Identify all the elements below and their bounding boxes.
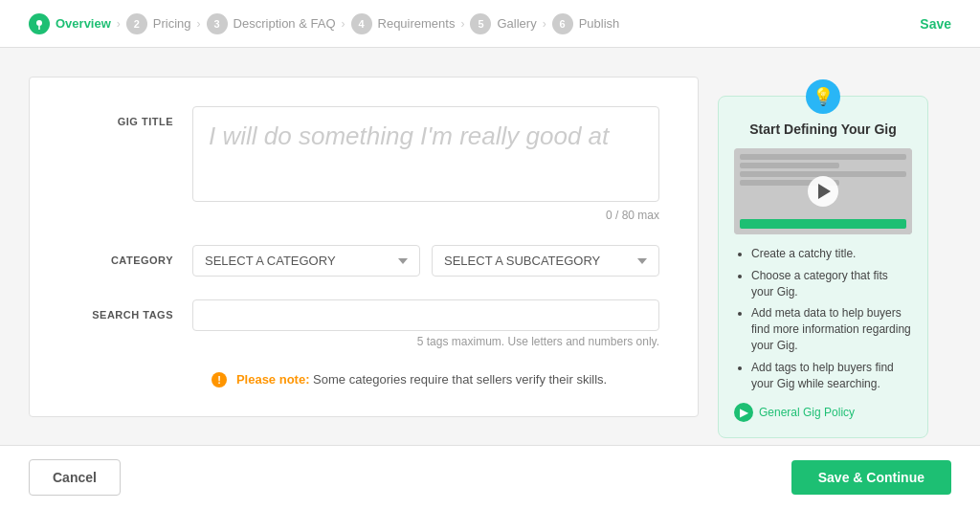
main-content: GIG TITLE 0 / 80 max CATEGORY SELECT A C… xyxy=(0,48,980,467)
step-circle-description: 3 xyxy=(207,13,228,34)
policy-icon: ▶ xyxy=(734,403,753,422)
search-tags-label: SEARCH TAGS xyxy=(68,299,192,321)
top-navigation: Overview › 2 Pricing › 3 Description & F… xyxy=(0,0,980,48)
tags-hint: 5 tags maximum. Use letters and numbers … xyxy=(192,335,659,348)
note-bold-label: Please note: xyxy=(236,372,310,387)
step-circle-requirements: 4 xyxy=(351,13,372,34)
category-select[interactable]: SELECT A CATEGORY xyxy=(192,245,420,277)
gig-title-field: 0 / 80 max xyxy=(192,106,659,222)
step-circle-pricing: 2 xyxy=(126,13,147,34)
step-overview-label: Overview xyxy=(56,16,111,31)
play-triangle-icon xyxy=(818,184,831,199)
thumb-line-2 xyxy=(740,163,839,168)
gig-title-row: GIG TITLE 0 / 80 max xyxy=(68,106,659,222)
info-tip-3: Add meta data to help buyers find more i… xyxy=(751,305,912,353)
thumb-line-5 xyxy=(740,219,906,229)
sep-2: › xyxy=(197,17,201,31)
step-publish-label: Publish xyxy=(579,16,620,31)
step-gallery[interactable]: 5 Gallery xyxy=(470,13,536,34)
tags-field: 5 tags maximum. Use letters and numbers … xyxy=(192,299,659,348)
info-tip-2: Choose a category that fits your Gig. xyxy=(751,268,912,300)
step-circle-gallery: 5 xyxy=(470,13,491,34)
step-publish[interactable]: 6 Publish xyxy=(552,13,620,34)
step-pricing-label: Pricing xyxy=(153,16,191,31)
category-row: CATEGORY SELECT A CATEGORY SELECT A SUBC… xyxy=(68,245,659,277)
note-text: Please note: Some categories require tha… xyxy=(236,372,607,387)
note-row: ! Please note: Some categories require t… xyxy=(68,371,659,387)
sep-1: › xyxy=(117,17,121,31)
category-field: SELECT A CATEGORY SELECT A SUBCATEGORY xyxy=(192,245,659,277)
step-description[interactable]: 3 Description & FAQ xyxy=(207,13,336,34)
note-body: Some categories require that sellers ver… xyxy=(313,372,607,387)
gig-title-input[interactable] xyxy=(192,106,659,202)
step-pricing[interactable]: 2 Pricing xyxy=(126,13,191,34)
breadcrumb: Overview › 2 Pricing › 3 Description & F… xyxy=(29,13,619,34)
policy-link-text: General Gig Policy xyxy=(759,406,855,419)
step-requirements-label: Requirements xyxy=(378,16,456,31)
sep-3: › xyxy=(342,17,345,31)
step-circle-overview xyxy=(29,13,50,34)
subcategory-select[interactable]: SELECT A SUBCATEGORY xyxy=(432,245,659,277)
thumb-line-1 xyxy=(740,154,906,160)
policy-link[interactable]: ▶ General Gig Policy xyxy=(734,403,912,422)
info-tip-4: Add tags to help buyers find your Gig wh… xyxy=(751,360,912,392)
gig-title-label: GIG TITLE xyxy=(68,106,192,127)
overview-icon xyxy=(33,18,45,30)
step-description-label: Description & FAQ xyxy=(234,16,336,31)
char-count: 0 / 80 max xyxy=(192,209,659,222)
step-circle-publish: 6 xyxy=(552,13,573,34)
svg-point-0 xyxy=(36,20,42,26)
info-panel-icon: 💡 xyxy=(806,79,840,114)
info-panel: 💡 Start Defining Your Gig Create a catc xyxy=(718,96,928,438)
info-panel-title: Start Defining Your Gig xyxy=(734,122,912,137)
cancel-button[interactable]: Cancel xyxy=(29,459,121,496)
play-button[interactable] xyxy=(808,176,838,207)
save-link[interactable]: Save xyxy=(920,16,951,32)
sep-4: › xyxy=(460,17,464,31)
video-thumbnail[interactable] xyxy=(734,148,912,234)
form-card: GIG TITLE 0 / 80 max CATEGORY SELECT A C… xyxy=(29,77,699,417)
note-icon: ! xyxy=(212,372,227,387)
step-overview[interactable]: Overview xyxy=(29,13,111,34)
bottom-bar: Cancel Save & Continue xyxy=(0,445,980,509)
sep-5: › xyxy=(543,17,546,31)
step-gallery-label: Gallery xyxy=(497,16,536,31)
info-tip-1: Create a catchy title. xyxy=(751,246,912,262)
tags-input[interactable] xyxy=(192,299,659,331)
info-list: Create a catchy title. Choose a category… xyxy=(734,246,912,391)
category-label: CATEGORY xyxy=(68,245,192,266)
search-tags-row: SEARCH TAGS 5 tags maximum. Use letters … xyxy=(68,299,659,348)
save-continue-button[interactable]: Save & Continue xyxy=(791,460,951,495)
step-requirements[interactable]: 4 Requirements xyxy=(351,13,456,34)
